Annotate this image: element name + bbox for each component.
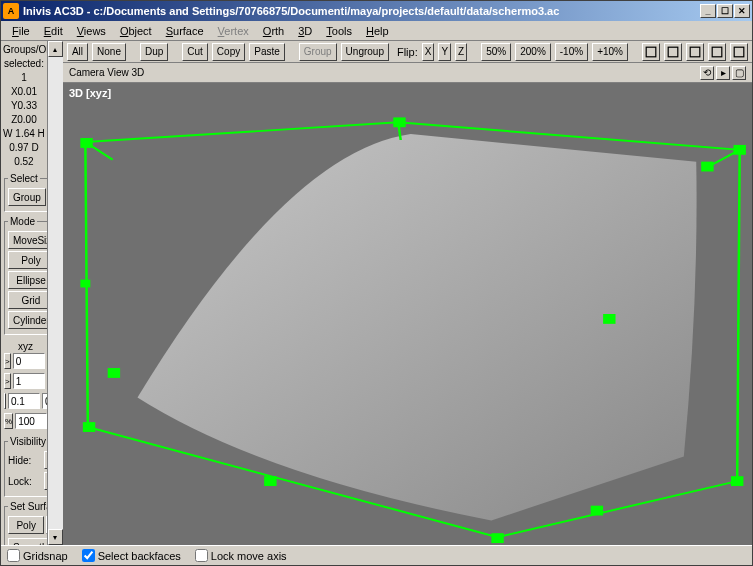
cut-button[interactable]: Cut xyxy=(182,43,208,61)
scroll-down-button[interactable]: ▾ xyxy=(48,529,63,545)
flip-z-button[interactable]: Z xyxy=(455,43,467,61)
viewport-label: 3D [xyz] xyxy=(69,87,111,99)
svg-rect-8 xyxy=(701,162,713,172)
ungroup-button[interactable]: Ungroup xyxy=(341,43,389,61)
mode-grid-button[interactable]: Grid xyxy=(8,291,47,309)
50-button[interactable]: 50% xyxy=(481,43,511,61)
layout-icon-1[interactable] xyxy=(664,43,682,61)
svg-rect-2 xyxy=(690,47,700,57)
surf-poly-button[interactable]: Poly xyxy=(8,516,44,534)
view-maximize-icon[interactable]: ▢ xyxy=(732,66,746,80)
menu-file[interactable]: File xyxy=(5,23,37,39)
svg-rect-4 xyxy=(734,47,744,57)
xyz-input[interactable] xyxy=(15,413,47,429)
xyz-input[interactable] xyxy=(8,393,40,409)
surf-smooth-button[interactable]: Smooth xyxy=(8,538,47,545)
svg-rect-16 xyxy=(80,280,90,288)
gridsnap-checkbox[interactable]: Gridsnap xyxy=(7,549,68,562)
xyz-prefix[interactable]: % xyxy=(4,413,13,429)
menubar: FileEditViewsObjectSurfaceVertexOrth3DTo… xyxy=(1,21,752,41)
all-button[interactable]: All xyxy=(67,43,88,61)
mode-movesize-button[interactable]: MoveSize xyxy=(8,231,47,249)
flip-x-button[interactable]: X xyxy=(422,43,435,61)
-10-button[interactable]: -10% xyxy=(555,43,588,61)
layout-icon-3[interactable] xyxy=(708,43,726,61)
svg-rect-13 xyxy=(108,368,120,378)
menu-object[interactable]: Object xyxy=(113,23,159,39)
dup-button[interactable]: Dup xyxy=(140,43,168,61)
svg-rect-6 xyxy=(393,117,405,127)
statusbar: Gridsnap Select backfaces Lock move axis xyxy=(1,545,752,565)
svg-rect-0 xyxy=(646,47,656,57)
view-chevron-icon[interactable]: ▸ xyxy=(716,66,730,80)
scroll-up-button[interactable]: ▴ xyxy=(48,41,63,57)
copy-button[interactable]: Copy xyxy=(212,43,245,61)
mode-panel: Mode MoveSizeRotateExtrudePolyPolylineLi… xyxy=(4,216,47,335)
xyz-prefix xyxy=(4,393,6,409)
layout-icon-2[interactable] xyxy=(686,43,704,61)
viewport-3d[interactable]: 3D [xyz] xyxy=(63,83,752,545)
menu-3d[interactable]: 3D xyxy=(291,23,319,39)
svg-rect-9 xyxy=(731,476,743,486)
app-icon: A xyxy=(3,3,19,19)
xyz-prefix[interactable]: > xyxy=(4,353,11,369)
group-button: Group xyxy=(299,43,337,61)
flip-y-button[interactable]: Y xyxy=(438,43,451,61)
titlebar: A Inivis AC3D - c:/Documents and Setting… xyxy=(1,1,752,21)
menu-orth[interactable]: Orth xyxy=(256,23,291,39)
svg-rect-5 xyxy=(80,138,92,148)
menu-surface[interactable]: Surface xyxy=(159,23,211,39)
svg-rect-7 xyxy=(733,145,745,155)
view-refresh-icon[interactable]: ⟲ xyxy=(700,66,714,80)
selection-info: Groups/Objects selected: 1 X0.01 Y0.33 Z… xyxy=(1,41,47,171)
xyz-input[interactable] xyxy=(13,353,45,369)
svg-rect-15 xyxy=(591,506,603,516)
toolbar: AllNoneDupCutCopyPasteGroupUngroupFlip:X… xyxy=(63,41,752,63)
visibility-panel: Visibility Hide:SelUnselNone3DLock:SelUn… xyxy=(4,436,47,497)
menu-help[interactable]: Help xyxy=(359,23,396,39)
mode-poly-button[interactable]: Poly xyxy=(8,251,47,269)
lockmove-checkbox[interactable]: Lock move axis xyxy=(195,549,287,562)
surface-type-panel: Set Surface type PolyPolylineLineSmoothF… xyxy=(4,501,47,545)
svg-rect-3 xyxy=(712,47,722,57)
200-button[interactable]: 200% xyxy=(515,43,551,61)
menu-tools[interactable]: Tools xyxy=(319,23,359,39)
svg-rect-14 xyxy=(264,476,276,486)
menu-edit[interactable]: Edit xyxy=(37,23,70,39)
select-panel: Select GroupObjectSurfaceVertex xyxy=(4,173,47,212)
select-group-button[interactable]: Group xyxy=(8,188,46,206)
xyz-prefix[interactable]: > xyxy=(4,373,11,389)
none-button[interactable]: None xyxy=(92,43,126,61)
sidebar-scrollbar[interactable]: ▴ ▾ xyxy=(47,41,63,545)
svg-rect-1 xyxy=(668,47,678,57)
layout-icon-0[interactable] xyxy=(642,43,660,61)
mode-ellipse-button[interactable]: Ellipse xyxy=(8,271,47,289)
svg-rect-11 xyxy=(491,533,503,543)
paste-button[interactable]: Paste xyxy=(249,43,285,61)
window-title: Inivis AC3D - c:/Documents and Settings/… xyxy=(23,5,700,17)
xyz-input[interactable] xyxy=(13,373,45,389)
mode-cylinder-button[interactable]: Cylinder xyxy=(8,311,47,329)
backfaces-checkbox[interactable]: Select backfaces xyxy=(82,549,181,562)
menu-vertex[interactable]: Vertex xyxy=(211,23,256,39)
svg-rect-10 xyxy=(603,314,615,324)
menu-views[interactable]: Views xyxy=(70,23,113,39)
layout-icon-4[interactable] xyxy=(730,43,748,61)
viewport-header: Camera View 3D ⟲ ▸ ▢ xyxy=(63,63,752,83)
minimize-button[interactable]: _ xyxy=(700,4,716,18)
maximize-button[interactable]: ☐ xyxy=(717,4,733,18)
svg-rect-12 xyxy=(83,422,95,432)
+10-button[interactable]: +10% xyxy=(592,43,628,61)
close-button[interactable]: ✕ xyxy=(734,4,750,18)
